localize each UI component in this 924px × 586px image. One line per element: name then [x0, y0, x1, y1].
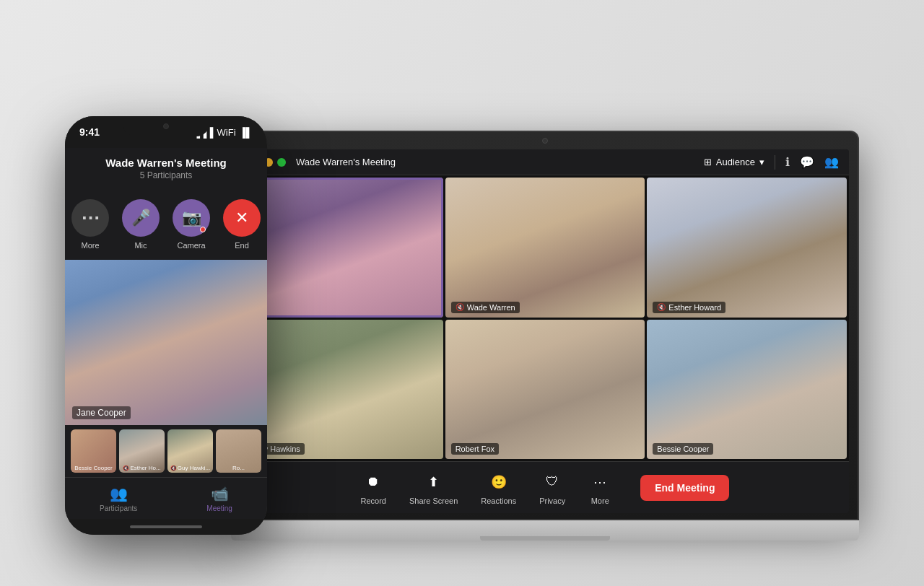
video-cell-6: Bessie Cooper: [647, 320, 847, 460]
participants-icon[interactable]: 👥: [824, 155, 839, 169]
scene: Wade Warren's Meeting ⊞ Audience ▾ ℹ 💬 👥: [65, 22, 859, 564]
home-bar: [130, 525, 202, 528]
laptop-body: Wade Warren's Meeting ⊞ Audience ▾ ℹ 💬 👥: [231, 131, 859, 520]
phone-mic-button[interactable]: 🎤 Mic: [122, 199, 160, 250]
laptop-base: [231, 520, 859, 541]
participants-nav-icon: 👥: [110, 485, 128, 502]
participant-label-2: 🔇 Wade Warren: [451, 302, 520, 313]
reactions-button[interactable]: 🙂 Reactions: [481, 471, 516, 505]
phone-notch: [123, 116, 209, 136]
phone-camera-icon: 📷: [173, 199, 210, 237]
muted-icon-3: 🔇: [657, 303, 666, 311]
laptop-screen: Wade Warren's Meeting ⊞ Audience ▾ ℹ 💬 👥: [241, 149, 849, 513]
more-icon: ⋯: [588, 471, 611, 494]
video-cell-1: [243, 178, 443, 318]
dot-green[interactable]: [277, 158, 286, 167]
participant-label-6: Bessie Cooper: [653, 443, 713, 455]
video-cell-5: Robert Fox: [445, 320, 645, 460]
phone-meeting-name: Wade Warren's Meeting: [77, 157, 256, 169]
video-cell-4: Guy Hawkins: [243, 320, 443, 460]
phone-more-label: More: [81, 241, 99, 250]
meeting-titlebar: Wade Warren's Meeting ⊞ Audience ▾ ℹ 💬 👥: [241, 149, 849, 175]
meeting-title: Wade Warren's Meeting: [296, 157, 704, 167]
titlebar-right: ⊞ Audience ▾ ℹ 💬 👥: [704, 155, 839, 170]
participant-name-2: Wade Warren: [467, 303, 515, 312]
reactions-label: Reactions: [481, 497, 516, 505]
phone-main-video: Jane Cooper: [65, 260, 267, 425]
participant-label-5: Robert Fox: [451, 443, 499, 455]
phone-more-icon: ⋯: [71, 199, 109, 237]
participant-name-3: Esther Howard: [668, 303, 721, 312]
chat-icon[interactable]: 💬: [800, 155, 814, 169]
participant-name-5: Robert Fox: [456, 445, 494, 453]
thumb-muted-icon-3: 🔇: [170, 465, 177, 471]
phone-thumb-3[interactable]: 🔇Guy Hawki...: [167, 429, 213, 473]
video-grid: 🔇 Wade Warren 🔇 Esther Howard: [241, 175, 849, 461]
phone-camera: [163, 123, 169, 129]
phone-end-label: End: [235, 241, 249, 250]
phone: 9:41 ▐▐▐ WiFi ▐▌ Wade Warren's Meeting 5…: [65, 116, 267, 535]
privacy-icon: 🛡: [541, 471, 564, 494]
laptop: Wade Warren's Meeting ⊞ Audience ▾ ℹ 💬 👥: [231, 131, 859, 564]
phone-end-icon: ✕: [223, 199, 261, 237]
phone-thumb-4[interactable]: Ro...: [216, 429, 261, 473]
record-label: Record: [361, 497, 386, 505]
more-button[interactable]: ⋯ More: [588, 471, 611, 505]
video-cell-2: 🔇 Wade Warren: [445, 178, 645, 318]
main-video-feed: [65, 260, 267, 425]
reactions-icon: 🙂: [487, 471, 510, 494]
share-screen-button[interactable]: ⬆ Share Screen: [409, 471, 458, 505]
audience-label: Audience: [716, 157, 755, 167]
share-screen-icon: ⬆: [422, 471, 445, 494]
phone-nav-participants[interactable]: 👥 Participants: [100, 485, 137, 512]
participant-name-6: Bessie Cooper: [657, 445, 709, 453]
meeting-nav-icon: 📹: [211, 485, 229, 502]
record-button[interactable]: ⏺ Record: [361, 471, 386, 505]
phone-mic-icon: 🎤: [122, 199, 160, 237]
phone-thumbnails: Bessie Cooper 🔇Esther Ho... 🔇Guy Hawki..…: [65, 425, 267, 477]
phone-home-indicator: [65, 519, 267, 535]
phone-frame: 9:41 ▐▐▐ WiFi ▐▌ Wade Warren's Meeting 5…: [65, 116, 267, 535]
phone-thumb-label-1: Bessie Cooper: [72, 465, 115, 471]
participants-nav-label: Participants: [100, 504, 137, 512]
phone-thumb-label-4: Ro...: [217, 465, 260, 471]
phone-participants-count: 5 Participants: [77, 170, 256, 180]
share-screen-label: Share Screen: [409, 497, 458, 505]
audience-grid-icon: ⊞: [704, 157, 712, 167]
phone-camera-label: Camera: [177, 241, 205, 250]
phone-controls: ⋯ More 🎤 Mic 📷 Camera ✕ End: [65, 191, 267, 260]
phone-time: 9:41: [79, 126, 100, 138]
record-icon: ⏺: [362, 471, 385, 494]
phone-camera-button[interactable]: 📷 Camera: [173, 199, 210, 250]
phone-thumb-label-3: 🔇Guy Hawki...: [169, 465, 212, 471]
phone-nav-meeting[interactable]: 📹 Meeting: [206, 485, 232, 512]
info-icon[interactable]: ℹ: [785, 155, 790, 169]
laptop-camera: [542, 138, 548, 144]
avatar-female-1: [243, 178, 443, 318]
more-label: More: [591, 497, 609, 505]
phone-mic-label: Mic: [134, 241, 147, 250]
privacy-button[interactable]: 🛡 Privacy: [539, 471, 565, 505]
phone-bottom-nav: 👥 Participants 📹 Meeting: [65, 477, 267, 519]
participant-label-3: 🔇 Esther Howard: [653, 302, 725, 313]
privacy-label: Privacy: [539, 497, 565, 505]
meeting-nav-label: Meeting: [206, 504, 232, 512]
phone-end-button[interactable]: ✕ End: [223, 199, 261, 250]
muted-icon-2: 🔇: [456, 303, 464, 311]
audience-button[interactable]: ⊞ Audience ▾: [704, 157, 764, 167]
phone-more-button[interactable]: ⋯ More: [71, 199, 109, 250]
phone-meeting-header: Wade Warren's Meeting 5 Participants: [65, 148, 267, 191]
phone-thumb-2[interactable]: 🔇Esther Ho...: [119, 429, 165, 473]
battery-icon: ▐▌: [240, 127, 253, 138]
end-meeting-button[interactable]: End Meeting: [640, 475, 729, 501]
video-cell-3: 🔇 Esther Howard: [647, 178, 847, 318]
thumb-muted-icon-2: 🔇: [123, 465, 129, 471]
chevron-down-icon: ▾: [759, 157, 764, 167]
phone-thumb-label-2: 🔇Esther Ho...: [121, 465, 163, 471]
phone-main-participant-name: Jane Cooper: [72, 406, 131, 419]
separator: [775, 155, 775, 170]
meeting-toolbar: ∧ ⏺ Record ⬆ Share Screen 🙂 Reactions: [241, 461, 849, 513]
phone-thumb-1[interactable]: Bessie Cooper: [71, 429, 116, 473]
wifi-icon: WiFi: [217, 127, 236, 138]
